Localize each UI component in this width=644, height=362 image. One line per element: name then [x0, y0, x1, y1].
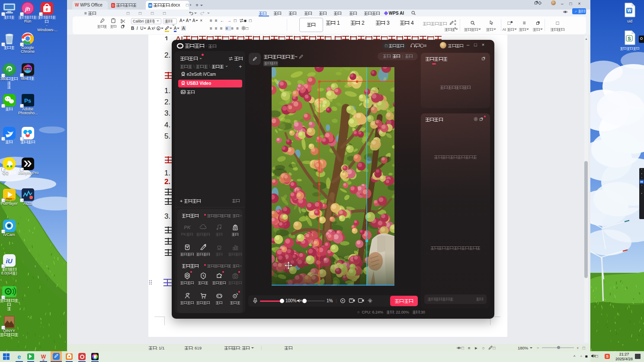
svg-text:OBS: OBS: [25, 68, 30, 70]
svg-text:e: e: [45, 7, 48, 12]
svg-text:Ps: Ps: [24, 97, 31, 104]
svg-text:W: W: [627, 8, 631, 13]
svg-text:S: S: [628, 36, 631, 41]
svg-text:PK: PK: [184, 225, 191, 230]
svg-text:iU: iU: [6, 257, 13, 265]
svg-text:jh: jh: [24, 6, 30, 12]
svg-text:Player: Player: [6, 198, 12, 200]
